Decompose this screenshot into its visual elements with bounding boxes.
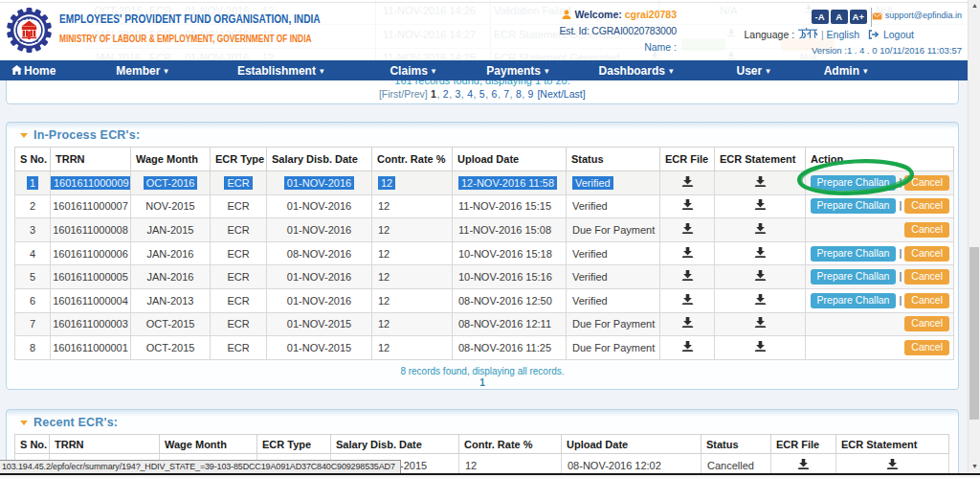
cell-ecr-file (660, 171, 715, 195)
pagination-next-last[interactable]: [Next/Last] (537, 88, 585, 100)
previous-table-pagination-panel: 161 records found, displaying 1 to 20. [… (6, 80, 959, 104)
prepare-challan-button[interactable]: Prepare Challan (811, 293, 897, 308)
ecr-statement-download-icon[interactable] (754, 317, 767, 329)
prepare-challan-button[interactable]: Prepare Challan (811, 198, 897, 214)
action-separator: | (899, 270, 902, 282)
support-email[interactable]: support@epfindia.in (872, 11, 962, 22)
in-process-row-7: 71601611000003OCT-2015ECR01-NOV-20151208… (15, 312, 954, 336)
column-header: TRRN (51, 148, 131, 171)
nav-item-label: Claims (390, 64, 427, 78)
ecr-file-download-icon[interactable] (681, 294, 694, 306)
ecr-statement-download-icon[interactable] (886, 459, 899, 470)
cell-ecr-file (660, 194, 715, 218)
cell-ecr-type: ECR (211, 218, 267, 242)
ecr-statement-download-icon[interactable] (754, 341, 767, 353)
cancel-button[interactable]: Cancel (904, 340, 949, 355)
ecr-statement-download-icon[interactable] (754, 223, 767, 235)
ecr-file-download-icon[interactable] (681, 223, 694, 235)
pagination-page-link[interactable]: 5 (479, 88, 485, 100)
scrollbar-down-arrow[interactable]: ▼ (969, 462, 980, 471)
column-header: Contr. Rate % (459, 435, 562, 454)
nav-item-establishment[interactable]: Establishment▾ (237, 64, 324, 78)
pagination-page-link[interactable]: 4 (467, 88, 473, 100)
cell-ecr-file (660, 265, 715, 289)
cell-contr-rate: 12 (372, 171, 453, 195)
cell-trrn: 1601611000005 (51, 265, 131, 289)
ecr-file-download-icon[interactable] (797, 459, 810, 470)
nav-item-admin[interactable]: Admin▾ (824, 64, 868, 78)
nav-item-claims[interactable]: Claims▾ (390, 64, 435, 78)
cell-action: Prepare Challan|Cancel (806, 241, 954, 265)
browser-status-bar: 103.194.45.2/epfo/ecr/summary/194?_HDIV_… (0, 460, 401, 474)
nav-item-member[interactable]: Member▾ (116, 64, 168, 78)
font-size-button-minusA[interactable]: -A (812, 10, 829, 24)
cell-status: Due For Payment (567, 336, 660, 360)
font-size-button-A[interactable]: A (831, 10, 848, 24)
language-hindi-link[interactable] (797, 29, 818, 40)
column-header: Upload Date (562, 435, 702, 454)
in-process-row-2: 21601611000007NOV-2015ECR01-NOV-20161211… (15, 194, 954, 218)
font-size-controls: -AAA+ (812, 10, 867, 24)
cell-s-no: 8 (15, 336, 51, 360)
selected-text: ECR (224, 176, 252, 190)
cell-status: Verified (567, 265, 660, 289)
cancel-button[interactable]: Cancel (904, 246, 949, 262)
cell-s-no: 6 (15, 288, 51, 312)
prepare-challan-button[interactable]: Prepare Challan (811, 175, 897, 191)
scrollbar-up-arrow[interactable]: ▲ (969, 1, 980, 11)
cell-contr-rate: 12 (372, 336, 453, 360)
selected-text: 12 (378, 176, 395, 190)
cancel-button[interactable]: Cancel (904, 222, 949, 238)
nav-item-user[interactable]: User▾ (736, 64, 769, 78)
ecr-statement-download-icon[interactable] (754, 176, 767, 188)
column-header: ECR Type (257, 435, 331, 454)
ecr-file-download-icon[interactable] (681, 317, 694, 329)
pagination-page-link[interactable]: 7 (503, 88, 509, 100)
column-header: S No. (15, 148, 51, 171)
prepare-challan-button[interactable]: Prepare Challan (811, 246, 897, 262)
nav-item-label: User (736, 64, 762, 78)
panel-bullet-icon (20, 421, 28, 425)
ecr-statement-download-icon[interactable] (754, 294, 767, 306)
cell-ecr-statement (715, 171, 806, 195)
ecr-statement-download-icon[interactable] (754, 270, 767, 282)
nav-item-dashboards[interactable]: Dashboards▾ (599, 64, 674, 78)
cell-trrn: 1601611000006 (51, 241, 131, 265)
language-english-link[interactable]: English (827, 29, 859, 40)
pagination-page-link[interactable]: 6 (492, 88, 498, 100)
nav-item-payments[interactable]: Payments▾ (486, 64, 548, 78)
chevron-down-icon: ▾ (863, 66, 868, 76)
ecr-file-download-icon[interactable] (681, 341, 694, 353)
prepare-challan-button[interactable]: Prepare Challan (811, 269, 897, 285)
logout-link[interactable]: Logout (883, 29, 914, 40)
cancel-button[interactable]: Cancel (904, 269, 949, 285)
in-process-panel-title: In-Process ECR's: (33, 128, 140, 142)
ecr-statement-download-icon[interactable] (754, 199, 767, 211)
pagination-page-link[interactable]: 3 (455, 88, 460, 100)
ecr-file-download-icon[interactable] (681, 176, 694, 188)
font-size-button-Aplus[interactable]: A+ (850, 10, 867, 24)
cell-ecr-file (660, 336, 715, 360)
cancel-button[interactable]: Cancel (904, 175, 949, 191)
cancel-button[interactable]: Cancel (904, 293, 949, 308)
pagination-page-link[interactable]: 9 (528, 88, 534, 100)
cell-action: Prepare Challan|Cancel (806, 265, 954, 289)
ecr-file-download-icon[interactable] (681, 199, 694, 211)
in-process-row-8: 81601611000001OCT-2015ECR01-NOV-20151208… (15, 336, 954, 360)
site-header: OCT-2015ECR01-NOV-20161211-NOV-2016 14:2… (0, 0, 980, 60)
scrollbar-thumb[interactable] (969, 247, 979, 420)
cell-trrn: 1601611000009 (51, 171, 131, 195)
vertical-scrollbar[interactable]: ▲ ▼ (968, 0, 980, 473)
cancel-button[interactable]: Cancel (904, 198, 949, 214)
cell-wage-month: NOV-2015 (131, 194, 211, 218)
cell-ecr-statement (715, 288, 806, 312)
ecr-file-download-icon[interactable] (681, 270, 694, 282)
ecr-file-download-icon[interactable] (681, 247, 694, 259)
pagination-page-link[interactable]: 2 (443, 88, 449, 100)
nav-item-home[interactable]: Home (11, 64, 56, 78)
cancel-button[interactable]: Cancel (904, 316, 949, 331)
pagination-page-link[interactable]: 8 (516, 88, 522, 100)
cell-ecr-statement (715, 218, 806, 242)
ecr-statement-download-icon[interactable] (754, 247, 767, 259)
action-separator: | (899, 176, 902, 188)
